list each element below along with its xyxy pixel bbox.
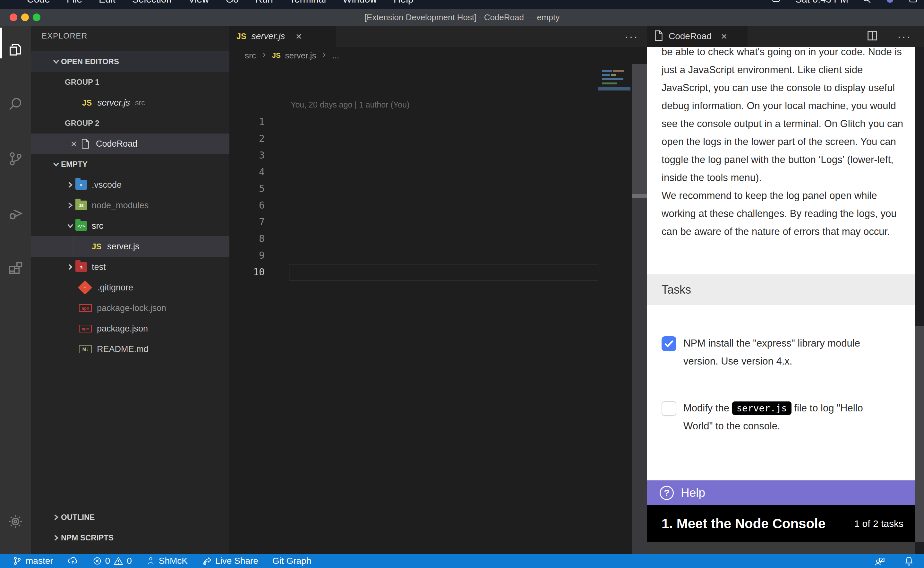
- code-editor[interactable]: You, 20 days ago | 1 author (You) 123456…: [229, 64, 647, 554]
- chevron-right-icon: [321, 51, 327, 60]
- minimap[interactable]: [598, 64, 630, 554]
- tab-coderoad[interactable]: CodeRoad ×: [647, 26, 748, 47]
- section-open-editors[interactable]: OPEN EDITORS: [31, 51, 229, 72]
- section-outline-label: OUTLINE: [61, 513, 95, 522]
- line-number: 7: [229, 214, 265, 230]
- tree-item-node-modules[interactable]: JS node_modules: [31, 195, 229, 216]
- help-section[interactable]: ? Help: [647, 480, 915, 505]
- open-editor-label: CodeRoad: [96, 139, 137, 149]
- tree-item-label: .vscode: [92, 180, 122, 190]
- tree-item-package-json[interactable]: npm package.json: [31, 318, 229, 339]
- menu-item-help[interactable]: Help: [393, 0, 413, 5]
- tree-item-src[interactable]: </> src: [31, 216, 229, 236]
- menu-item-terminal[interactable]: Terminal: [290, 0, 326, 5]
- node-modules-folder-icon: JS: [75, 201, 87, 210]
- open-editor-server-js[interactable]: JS server.js src: [31, 92, 229, 113]
- section-empty[interactable]: EMPTY: [31, 154, 229, 175]
- task-checkbox-checked[interactable]: [662, 336, 676, 351]
- more-actions-icon[interactable]: ···: [897, 30, 911, 43]
- line-number: 4: [229, 164, 265, 180]
- screen: Code File Edit Selection View Go Run Ter…: [0, 0, 924, 568]
- menu-item-edit[interactable]: Edit: [99, 0, 116, 5]
- tree-item-readme[interactable]: M↓ README.md: [31, 339, 229, 360]
- js-file-icon: JS: [92, 242, 102, 251]
- live-share-button[interactable]: Live Share: [202, 556, 258, 566]
- gitlens-blame-annotation[interactable]: You, 20 days ago | 1 author (You): [291, 100, 409, 109]
- line-number: 9: [229, 247, 265, 264]
- lesson-footer[interactable]: 1. Meet the Node Console 1 of 2 tasks: [647, 505, 915, 542]
- menu-clock[interactable]: Sat 6:43 PM: [795, 0, 848, 5]
- file-icon: [79, 138, 92, 150]
- open-editor-coderoad[interactable]: × CodeRoad: [31, 133, 229, 154]
- tab-bar: CodeRoad × ···: [647, 26, 924, 47]
- sidebar-header-label: EXPLORER: [31, 32, 87, 41]
- tree-item-gitignore[interactable]: ⑂ .gitignore: [31, 277, 229, 298]
- source-control-icon[interactable]: [0, 141, 31, 177]
- gear-icon[interactable]: [0, 504, 31, 539]
- siri-icon[interactable]: [885, 0, 894, 4]
- tree-item-server-js[interactable]: JS server.js: [31, 236, 229, 257]
- tree-item-label: README.md: [97, 344, 149, 354]
- tree-item-vscode[interactable]: ✕ .vscode: [31, 175, 229, 195]
- line-number: 2: [229, 130, 265, 147]
- control-center-icon[interactable]: [909, 0, 918, 4]
- more-actions-icon[interactable]: ···: [625, 30, 638, 43]
- menu-item-selection[interactable]: Selection: [132, 0, 172, 5]
- tree-item-label: test: [92, 262, 106, 272]
- section-outline[interactable]: OUTLINE: [31, 507, 229, 527]
- chevron-right-icon: [51, 533, 61, 543]
- chevron-down-icon: [65, 221, 75, 231]
- search-icon[interactable]: [0, 87, 31, 122]
- line-number: 6: [229, 197, 265, 214]
- menu-item-file[interactable]: File: [67, 0, 82, 5]
- problems-status[interactable]: 0 0: [92, 556, 132, 566]
- line-number: 8: [229, 230, 265, 247]
- feedback-icon[interactable]: [874, 555, 885, 567]
- task-checkbox-unchecked[interactable]: [662, 401, 676, 416]
- js-file-icon: JS: [82, 98, 92, 107]
- status-tray-icon[interactable]: [772, 0, 781, 4]
- chevron-right-icon: [65, 262, 75, 272]
- indent-guide: [73, 236, 74, 257]
- status-bar: master 0 0 ShMcK Live Share Git Graph: [0, 554, 924, 568]
- menu-item-code[interactable]: Code: [27, 0, 50, 5]
- breadcrumb-server-js[interactable]: server.js: [285, 51, 317, 60]
- window-title-bar: [Extension Development Host] - CodeRoad …: [0, 9, 924, 26]
- run-debug-icon[interactable]: [0, 196, 31, 231]
- footer-strip: [647, 542, 915, 554]
- menu-item-go[interactable]: Go: [226, 0, 239, 5]
- git-branch-status[interactable]: master: [12, 556, 53, 566]
- close-icon[interactable]: ×: [719, 30, 730, 42]
- live-share-account[interactable]: ShMcK: [146, 556, 188, 566]
- explorer-icon[interactable]: [0, 32, 31, 67]
- extensions-icon[interactable]: [0, 250, 31, 286]
- git-icon: ⑂: [78, 280, 92, 295]
- tree-item-test[interactable]: ⚗ test: [31, 257, 229, 277]
- section-npm-scripts[interactable]: NPM SCRIPTS: [31, 527, 229, 548]
- bell-icon[interactable]: [903, 556, 914, 566]
- editor-scrollbar[interactable]: [632, 64, 647, 554]
- src-folder-icon: </>: [75, 221, 87, 231]
- warning-icon: [113, 556, 124, 566]
- chevron-right-icon: [65, 201, 75, 210]
- tab-server-js[interactable]: JS server.js ×: [229, 26, 336, 47]
- live-share-label: Live Share: [215, 556, 258, 566]
- breadcrumb-symbol[interactable]: ...: [332, 51, 339, 60]
- webview-scrollbar[interactable]: [915, 47, 924, 554]
- tree-item-label: .gitignore: [98, 283, 133, 293]
- breadcrumb-src[interactable]: src: [245, 51, 256, 60]
- menu-item-view[interactable]: View: [188, 0, 209, 5]
- task-text: NPM install the "express" library module…: [683, 334, 892, 370]
- tree-item-label: package.json: [97, 324, 148, 334]
- publish-changes-button[interactable]: [67, 556, 78, 566]
- menu-item-run[interactable]: Run: [255, 0, 273, 5]
- git-graph-button[interactable]: Git Graph: [272, 556, 311, 566]
- spotlight-icon[interactable]: [862, 0, 871, 4]
- menu-item-window[interactable]: Window: [343, 0, 377, 5]
- tree-item-package-lock[interactable]: npm package-lock.json: [31, 298, 229, 318]
- tasks-header: Tasks: [647, 274, 915, 305]
- close-icon[interactable]: ×: [68, 138, 79, 150]
- split-editor-icon[interactable]: [867, 30, 878, 43]
- close-icon[interactable]: ×: [293, 30, 304, 42]
- window-title: [Extension Development Host] - CodeRoad …: [0, 9, 924, 26]
